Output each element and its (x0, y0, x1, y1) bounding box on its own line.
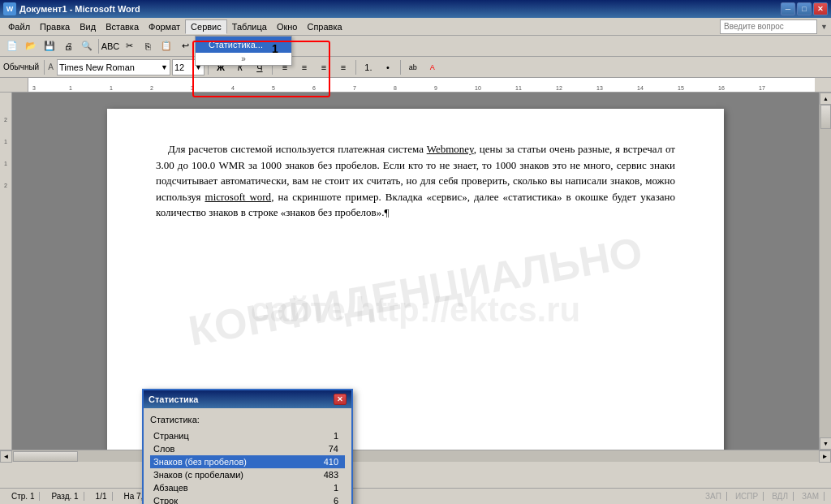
menu-service[interactable]: Сервис (185, 19, 227, 34)
row-value-0: 1 (306, 429, 345, 442)
maximize-button[interactable]: □ (797, 2, 812, 15)
format-sep-1 (44, 60, 45, 75)
ruler-mark-7: 5 (272, 85, 275, 91)
hscroll-track (12, 450, 819, 462)
row-label-1: Слов (150, 442, 306, 455)
statistics-dialog-overlay: Статистика ✕ Статистика: Страниц 1 Слов … (142, 389, 353, 504)
font-color-button[interactable]: A (424, 59, 441, 75)
document-container: КОНФИДЕНЦИАЛЬНО сайте http://ektcs.ru Дл… (12, 93, 819, 450)
undo-button[interactable]: ↩ (176, 37, 194, 55)
horizontal-scrollbar-area: ◄ ► (0, 450, 831, 462)
ruler-mark-15: 13 (596, 85, 603, 91)
menu-edit[interactable]: Правка (35, 20, 75, 33)
table-row: Знаков (с пробелами) 483 (150, 468, 345, 481)
scroll-left-button[interactable]: ◄ (0, 450, 12, 463)
menu-file[interactable]: Файл (3, 20, 35, 33)
paste-button[interactable]: 📋 (157, 37, 175, 55)
title-bar-left: W Документ1 - Microsoft Word (3, 2, 140, 15)
table-row: Слов 74 (150, 442, 345, 455)
main-area: 2 1 1 2 КОНФИДЕНЦИАЛЬНО сайте http://ekt… (0, 93, 831, 450)
ruler-mark-14: 12 (556, 85, 562, 91)
close-button[interactable]: ✕ (813, 2, 828, 15)
font-name-value: Times New Roman (59, 62, 135, 72)
scrollbar-track (820, 105, 831, 437)
menu-insert[interactable]: Вставка (101, 20, 144, 33)
highlight-button[interactable]: ab (404, 59, 422, 75)
document-text[interactable]: Для расчетов системой используется плате… (156, 141, 675, 221)
format-sep-5 (400, 60, 401, 75)
window-title: Документ1 - Microsoft Word (19, 4, 140, 14)
search-input[interactable] (720, 19, 817, 34)
vertical-ruler: 2 1 1 2 (0, 93, 12, 450)
cut-button[interactable]: ✂ (120, 37, 138, 55)
align-justify-button[interactable]: ≡ (334, 59, 352, 75)
ruler-mark-10: 8 (394, 85, 397, 91)
row-value-2: 410 (306, 455, 345, 468)
row-label-4: Абзацев (150, 481, 306, 494)
status-record: ЗАП (700, 492, 727, 501)
dialog-title-bar: Статистика ✕ (144, 390, 351, 408)
watermark-text-2: сайте http://ektcs.ru (251, 291, 580, 330)
row-value-5: 6 (306, 494, 345, 504)
ruler-center: 3 1 1 2 3 4 5 6 7 8 9 10 11 12 13 14 15 … (28, 78, 815, 93)
dropdown-statistics[interactable]: Статистика... (196, 37, 291, 53)
ruler-mark-17: 15 (678, 85, 684, 91)
standard-toolbar: 📄 📂 💾 🖨 🔍 ABC ✂ ⎘ 📋 ↩ ↪ 🔗 ⊞ ≡ (0, 36, 831, 57)
spell-button[interactable]: ABC (101, 37, 119, 55)
print-button[interactable]: 🖨 (59, 37, 77, 55)
service-dropdown: Статистика... » (195, 36, 292, 66)
ruler-mark-8: 6 (312, 85, 316, 91)
font-type-icon: A (48, 62, 54, 71)
font-dropdown-icon: ▼ (161, 63, 168, 71)
minimize-button[interactable]: ─ (781, 2, 795, 15)
vertical-scrollbar[interactable]: ▲ ▼ (819, 93, 831, 450)
ruler-mark-3: 1 (110, 85, 113, 91)
preview-button[interactable]: 🔍 (78, 37, 96, 55)
ruler-mark-4: 2 (150, 85, 153, 91)
title-bar: W Документ1 - Microsoft Word ─ □ ✕ (0, 0, 831, 18)
scrollbar-thumb[interactable] (820, 105, 831, 129)
hscroll-thumb[interactable] (13, 451, 78, 462)
menu-window[interactable]: Окно (272, 20, 303, 33)
menu-table[interactable]: Таблица (227, 20, 272, 33)
dropdown-more-icon: » (196, 53, 291, 65)
ruler-mark-6: 4 (231, 85, 235, 91)
ruler-right-margin (815, 78, 831, 93)
row-value-4: 1 (306, 481, 345, 494)
scroll-down-button[interactable]: ▼ (820, 437, 831, 450)
scroll-up-button[interactable]: ▲ (820, 93, 831, 105)
ruler-left-margin (0, 78, 28, 93)
menu-bar: Файл Правка Вид Вставка Формат Сервис Та… (0, 18, 831, 36)
new-button[interactable]: 📄 (3, 37, 21, 55)
font-name-select[interactable]: Times New Roman ▼ (57, 59, 170, 75)
bullets-button[interactable]: • (379, 59, 397, 75)
ruler-mark-18: 16 (718, 85, 725, 91)
vruler-mark-2: 1 (4, 139, 7, 144)
webmoney-link: Webmoney (427, 143, 474, 155)
dialog-section-label: Статистика: (150, 415, 345, 424)
menu-view[interactable]: Вид (75, 20, 101, 33)
dialog-close-button[interactable]: ✕ (334, 394, 347, 405)
table-row: Строк 6 (150, 494, 345, 504)
style-dropdown-icon: Обычный (3, 62, 39, 71)
align-right-button[interactable]: ≡ (315, 59, 333, 75)
numbering-button[interactable]: 1. (360, 59, 377, 75)
vruler-mark-4: 2 (4, 183, 7, 188)
save-button[interactable]: 💾 (41, 37, 58, 55)
format-toolbar: Обычный A Times New Roman ▼ 12 ▼ Ж К Ч ≡… (0, 57, 831, 78)
menu-format[interactable]: Формат (144, 20, 185, 33)
menu-help[interactable]: Справка (302, 20, 347, 33)
scroll-right-button[interactable]: ► (819, 450, 831, 463)
align-center-button[interactable]: ≡ (295, 59, 313, 75)
vruler-mark-3: 1 (4, 161, 7, 166)
ruler-mark-19: 17 (759, 85, 765, 91)
open-button[interactable]: 📂 (22, 37, 40, 55)
ruler-mark-11: 9 (434, 85, 437, 91)
microsoft-word-link: microsoft word (205, 191, 272, 203)
row-label-2: Знаков (без пробелов) (150, 455, 306, 468)
row-value-3: 483 (306, 468, 345, 481)
status-right-group: ЗАП ИСПР ВДЛ ЗАМ (700, 492, 825, 501)
row-label-5: Строк (150, 494, 306, 504)
copy-button[interactable]: ⎘ (139, 37, 157, 55)
row-label-3: Знаков (с пробелами) (150, 468, 306, 481)
